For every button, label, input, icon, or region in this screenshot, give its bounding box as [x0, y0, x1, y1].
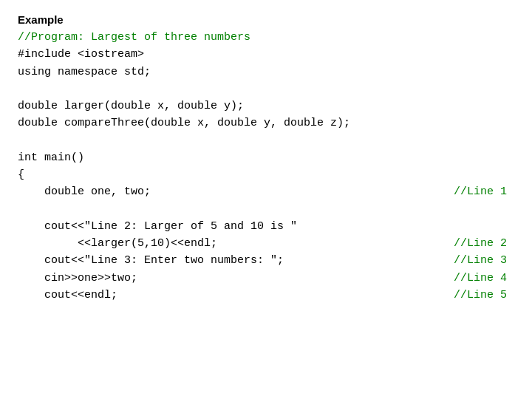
code-line: {	[18, 166, 514, 183]
code-line-with-comment: <<larger(5,10)<<endl;//Line 2	[18, 235, 514, 252]
line-comment: //Line 5	[454, 287, 514, 304]
code-text: cout<<endl;	[18, 287, 117, 304]
code-line: cout<<"Line 2: Larger of 5 and 10 is "	[18, 218, 514, 235]
code-line-with-comment: cin>>one>>two;//Line 4	[18, 270, 514, 287]
code-line-with-comment: double one, two;//Line 1	[18, 183, 514, 200]
code-line-with-comment: cout<<"Line 3: Enter two numbers: ";//Li…	[18, 252, 514, 269]
blank-line	[18, 201, 514, 218]
example-label: Example	[18, 13, 514, 26]
line-comment: //Line 3	[454, 252, 514, 269]
code-text: cin>>one>>two;	[18, 270, 137, 287]
line-comment: //Line 2	[454, 235, 514, 252]
code-text: double one, two;	[18, 183, 151, 200]
code-text: cout<<"Line 3: Enter two numbers: ";	[18, 252, 284, 269]
line-comment: //Line 1	[454, 183, 514, 200]
code-line: double larger(double x, double y);	[18, 98, 514, 115]
code-line: double compareThree(double x, double y, …	[18, 115, 514, 132]
blank-line	[18, 81, 514, 98]
code-line: int main()	[18, 149, 514, 166]
code-line-with-comment: cout<<endl;//Line 5	[18, 287, 514, 304]
code-block: //Program: Largest of three numbers#incl…	[18, 29, 514, 304]
code-line: #include <iostream>	[18, 46, 514, 63]
code-line: using namespace std;	[18, 64, 514, 81]
line-comment: //Line 4	[454, 270, 514, 287]
blank-line	[18, 132, 514, 149]
code-line: //Program: Largest of three numbers	[18, 29, 514, 46]
code-text: <<larger(5,10)<<endl;	[18, 235, 217, 252]
